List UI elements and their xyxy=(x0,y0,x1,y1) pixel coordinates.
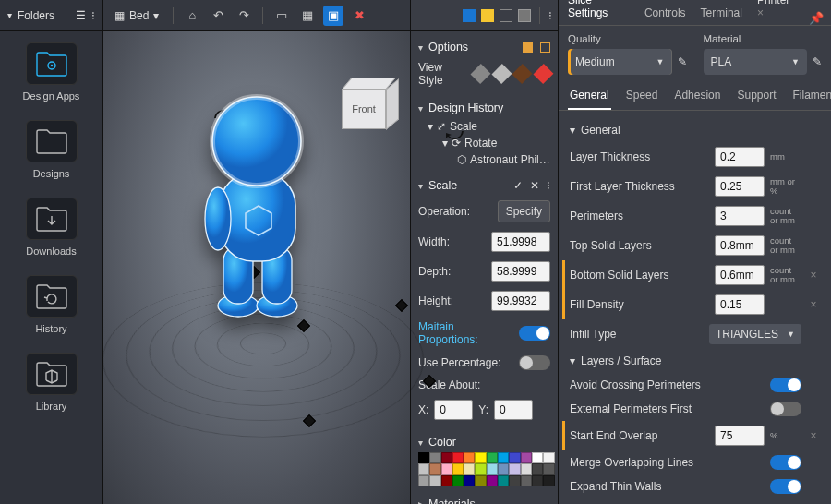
color-swatch[interactable] xyxy=(441,452,452,463)
subtab-speed[interactable]: Speed xyxy=(624,84,660,110)
orientation-cube[interactable]: Front xyxy=(331,78,396,138)
color-swatch[interactable] xyxy=(452,463,464,474)
edit-material-icon[interactable]: ✎ xyxy=(813,55,822,68)
view-mode-xray[interactable] xyxy=(518,9,531,22)
color-swatch[interactable] xyxy=(475,463,486,474)
color-swatch[interactable] xyxy=(429,463,440,474)
materials-section-header[interactable]: ▸Materials xyxy=(418,494,550,504)
color-swatch[interactable] xyxy=(521,452,532,463)
color-swatch[interactable] xyxy=(464,475,475,486)
style-2[interactable] xyxy=(491,64,512,84)
expand-walls-toggle[interactable] xyxy=(770,479,801,494)
reset-icon[interactable]: × xyxy=(807,298,820,311)
style-1[interactable] xyxy=(470,64,490,84)
preset-icon-outline[interactable] xyxy=(540,42,550,53)
pin-icon[interactable]: 📌 xyxy=(809,11,824,25)
color-swatch[interactable] xyxy=(532,452,543,463)
color-section-header[interactable]: ▾Color xyxy=(418,432,550,452)
preset-icon[interactable] xyxy=(523,42,533,53)
subtab-filament[interactable]: Filament xyxy=(790,84,831,110)
layout-2-button[interactable]: ▦ xyxy=(297,6,318,26)
color-swatch[interactable] xyxy=(429,475,440,486)
style-4[interactable] xyxy=(534,64,554,84)
style-3[interactable] xyxy=(512,64,533,84)
color-swatch[interactable] xyxy=(509,475,520,486)
undo-button[interactable]: ↶ xyxy=(208,6,228,26)
color-swatch[interactable] xyxy=(509,463,520,474)
list-icon[interactable]: ☰ xyxy=(76,9,86,22)
model-astronaut[interactable] xyxy=(192,88,321,328)
color-swatch[interactable] xyxy=(487,463,498,474)
color-swatch[interactable] xyxy=(452,475,464,486)
design-history-header[interactable]: ▾Design History xyxy=(418,98,550,118)
color-swatch[interactable] xyxy=(452,452,464,463)
color-swatch[interactable] xyxy=(543,463,554,474)
width-input[interactable] xyxy=(491,232,550,252)
sidebar-item-downloads[interactable]: Downloads xyxy=(0,192,102,270)
color-swatch[interactable] xyxy=(464,463,475,474)
tab-slice-settings[interactable]: Slice Settings xyxy=(566,0,632,25)
subtab-adhesion[interactable]: Adhesion xyxy=(672,84,722,110)
color-swatch[interactable] xyxy=(418,475,429,486)
scale-y-input[interactable] xyxy=(494,400,533,420)
settings-icon[interactable]: ⁝ xyxy=(91,9,95,22)
tab-printer[interactable]: Printer × xyxy=(755,0,798,25)
start-end-overlap-input[interactable] xyxy=(715,426,765,446)
color-swatch[interactable] xyxy=(498,463,509,474)
perimeters-input[interactable] xyxy=(715,206,765,226)
tab-controls[interactable]: Controls xyxy=(643,6,688,25)
top-solid-input[interactable] xyxy=(715,235,765,256)
sidebar-item-history[interactable]: History xyxy=(0,270,102,347)
layout-3-button[interactable]: ▣ xyxy=(323,6,343,26)
color-swatch[interactable] xyxy=(487,475,498,486)
color-swatch[interactable] xyxy=(498,452,509,463)
tab-terminal[interactable]: Terminal xyxy=(699,6,744,25)
color-swatch[interactable] xyxy=(441,475,452,486)
options-section-header[interactable]: ▾ Options xyxy=(418,37,550,57)
layers-group-header[interactable]: ▾Layers / Surface xyxy=(570,349,820,373)
reset-icon[interactable]: × xyxy=(807,269,820,282)
maintain-proportions-toggle[interactable] xyxy=(519,326,550,341)
more-icon[interactable]: ⁝ xyxy=(547,179,550,192)
color-swatch[interactable] xyxy=(429,452,440,463)
scale-section-header[interactable]: ▾Scale ✓✕⁝ xyxy=(418,175,550,196)
color-swatch[interactable] xyxy=(509,452,520,463)
view-mode-wire[interactable] xyxy=(500,9,512,22)
check-icon[interactable]: ✓ xyxy=(513,179,523,192)
first-layer-input[interactable] xyxy=(715,176,765,197)
quality-select[interactable]: Medium▼ xyxy=(568,49,672,75)
merge-lines-toggle[interactable] xyxy=(770,455,801,470)
color-swatch[interactable] xyxy=(418,452,429,463)
edit-quality-icon[interactable]: ✎ xyxy=(678,55,687,68)
3d-viewport[interactable]: Front xyxy=(103,31,410,504)
close-icon[interactable]: ✕ xyxy=(530,179,539,192)
color-swatch[interactable] xyxy=(521,463,532,474)
color-swatch[interactable] xyxy=(464,452,475,463)
material-select[interactable]: PLA▼ xyxy=(704,49,808,75)
height-input[interactable] xyxy=(491,291,550,311)
view-mode-shaded[interactable] xyxy=(481,9,494,22)
bottom-solid-input[interactable] xyxy=(715,265,765,285)
general-group-header[interactable]: ▾General xyxy=(570,118,820,142)
external-first-toggle[interactable] xyxy=(770,402,801,416)
close-layout-button[interactable]: ✖ xyxy=(349,6,369,26)
color-swatch[interactable] xyxy=(543,452,554,463)
infill-type-select[interactable]: TRIANGLES▼ xyxy=(709,324,801,344)
tree-model[interactable]: ⬡Astronaut Phil A Me xyxy=(457,151,550,168)
subtab-general[interactable]: General xyxy=(568,84,611,110)
layout-1-button[interactable]: ▭ xyxy=(271,6,292,26)
color-swatch[interactable] xyxy=(532,463,543,474)
color-swatch[interactable] xyxy=(441,463,452,474)
close-icon[interactable]: × xyxy=(757,6,764,19)
color-swatch[interactable] xyxy=(418,463,429,474)
color-swatch[interactable] xyxy=(543,475,554,486)
tree-scale[interactable]: ▾⤢Scale xyxy=(428,118,550,135)
layer-thickness-input[interactable] xyxy=(715,147,765,167)
color-swatch[interactable] xyxy=(475,452,486,463)
more-icon[interactable]: ⁝ xyxy=(548,9,552,22)
use-percentage-toggle[interactable] xyxy=(519,355,550,370)
sidebar-header[interactable]: ▾ Folders ☰ ⁝ xyxy=(0,0,102,31)
sidebar-item-library[interactable]: Library xyxy=(0,347,102,425)
color-swatch[interactable] xyxy=(532,475,543,486)
home-view-button[interactable]: ⌂ xyxy=(182,6,202,26)
